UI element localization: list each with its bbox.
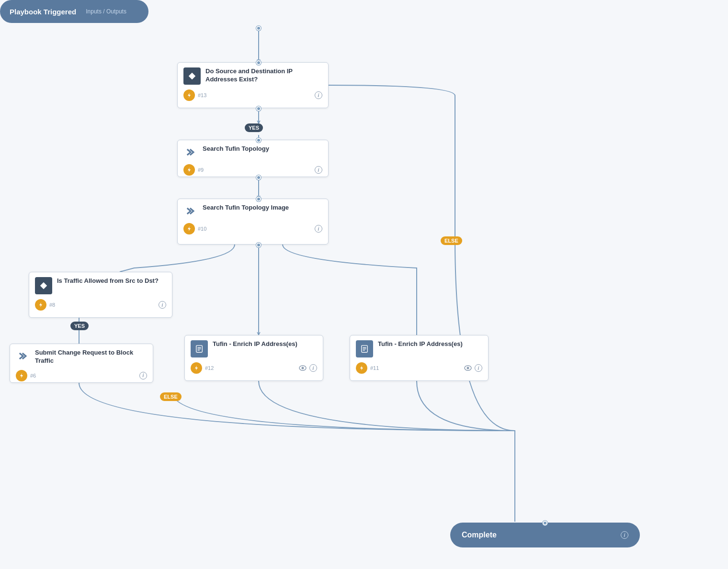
is-traffic-node[interactable]: Is Traffic Allowed from Src to Dst? #8 i: [29, 272, 172, 318]
eye-icon-1: [299, 364, 307, 372]
search-topology-node[interactable]: Search Tufin Topology #9 i: [177, 140, 329, 177]
svg-marker-8: [188, 93, 191, 98]
complete-node[interactable]: Complete i: [450, 523, 640, 547]
trigger-label: Playbook Triggered: [10, 8, 76, 16]
enrich-right-num: #11: [370, 365, 379, 371]
condition1-num: #13: [198, 92, 206, 98]
lightning-badge-6: [191, 362, 202, 374]
enrich-left-node[interactable]: Tufin - Enrich IP Address(es) #12 i: [184, 335, 323, 381]
lightning-badge-2: [183, 164, 195, 176]
search-topology-title: Search Tufin Topology: [203, 145, 269, 153]
port-searchtopo-bottom: [256, 175, 261, 180]
enrich-right-title: Tufin - Enrich IP Address(es): [378, 340, 463, 348]
complete-label: Complete: [462, 531, 497, 539]
svg-marker-18: [195, 366, 198, 370]
port-searchtopo-top: [256, 138, 261, 143]
else-badge-2: ELSE: [441, 236, 462, 245]
info-icon-complete[interactable]: i: [621, 531, 628, 539]
svg-point-27: [467, 367, 469, 369]
enrich-left-num: #12: [205, 365, 214, 371]
is-traffic-num: #8: [49, 302, 55, 308]
inputs-outputs-label: Inputs / Outputs: [86, 8, 126, 15]
enrich-right-node[interactable]: Tufin - Enrich IP Address(es) #11 i: [350, 335, 489, 381]
svg-marker-25: [360, 366, 363, 370]
info-icon-6[interactable]: i: [309, 364, 317, 372]
diamond-icon-2: [35, 277, 52, 294]
info-icon-7[interactable]: i: [475, 364, 482, 372]
submit-change-num: #6: [30, 373, 36, 379]
lightning-badge-3: [183, 223, 195, 234]
search-topology-image-title: Search Tufin Topology Image: [203, 204, 289, 212]
svg-marker-13: [20, 373, 23, 378]
submit-change-node[interactable]: Submit Change Request to Block Traffic #…: [10, 344, 153, 383]
search-topology-image-node[interactable]: Search Tufin Topology Image #10 i: [177, 199, 329, 245]
port-cond1-top: [256, 60, 261, 65]
port-searchtopoimg-bottom: [256, 243, 261, 247]
lightning-badge-7: [356, 362, 367, 374]
port-searchtopoimg-top: [256, 197, 261, 201]
yes-badge-2: YES: [70, 322, 89, 330]
port-complete-top: [543, 521, 547, 525]
svg-marker-9: [188, 167, 191, 172]
svg-marker-7: [189, 73, 195, 79]
condition1-title: Do Source and Destination IP Addresses E…: [205, 67, 322, 84]
lightning-badge-1: [183, 89, 195, 101]
svg-marker-10: [188, 226, 191, 231]
info-icon-2[interactable]: i: [315, 166, 322, 174]
yes-badge-1: YES: [245, 123, 263, 132]
search-topology-num: #9: [198, 167, 204, 173]
chevron-icon-3: [16, 349, 30, 363]
submit-change-title: Submit Change Request to Block Traffic: [35, 349, 147, 365]
script-icon-2: [356, 340, 373, 357]
is-traffic-title: Is Traffic Allowed from Src to Dst?: [57, 277, 159, 285]
svg-marker-12: [39, 302, 42, 307]
search-topology-image-num: #10: [198, 226, 206, 232]
lightning-badge-4: [35, 299, 46, 311]
condition1-node[interactable]: Do Source and Destination IP Addresses E…: [177, 62, 329, 108]
port-trigger-bottom: [256, 26, 261, 31]
canvas: Playbook Triggered Inputs / Outputs Do S…: [0, 0, 728, 569]
chevron-icon-1: [183, 145, 198, 159]
chevron-icon-2: [183, 204, 198, 218]
diamond-icon: [183, 67, 201, 85]
info-icon-4[interactable]: i: [159, 301, 166, 309]
svg-marker-11: [40, 282, 47, 289]
port-cond1-bottom: [256, 106, 261, 111]
script-icon-1: [191, 340, 208, 357]
eye-icon-2: [464, 364, 472, 372]
info-icon-5[interactable]: i: [139, 372, 147, 379]
trigger-node[interactable]: Playbook Triggered Inputs / Outputs: [0, 0, 148, 23]
lightning-badge-5: [16, 370, 27, 381]
else-badge-1: ELSE: [160, 392, 182, 401]
svg-point-20: [302, 367, 304, 369]
info-icon-1[interactable]: i: [315, 91, 322, 99]
enrich-left-title: Tufin - Enrich IP Address(es): [213, 340, 297, 348]
info-icon-3[interactable]: i: [315, 225, 322, 233]
